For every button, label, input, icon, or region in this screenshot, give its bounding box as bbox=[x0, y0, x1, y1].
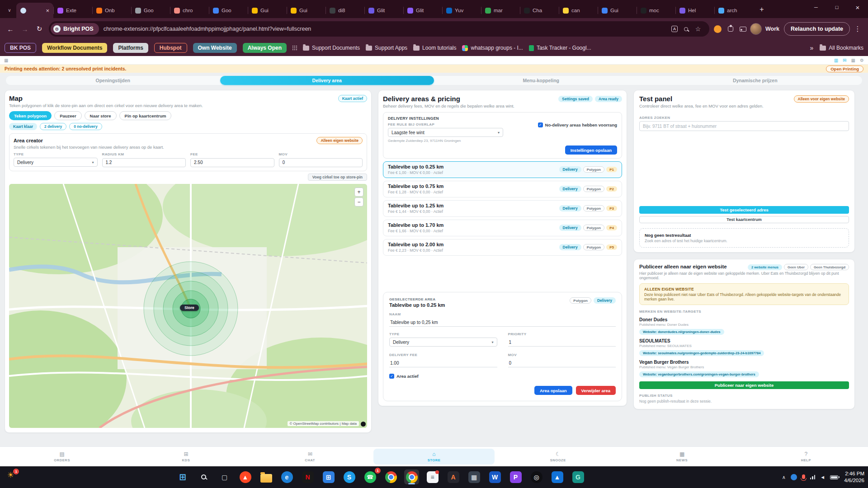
bookmark-folder-loom-tutorials[interactable]: Loom tutorials bbox=[413, 45, 456, 51]
map-logo-icon[interactable] bbox=[361, 422, 366, 427]
zoom-in-button[interactable]: + bbox=[354, 188, 363, 197]
browser-tab[interactable]: Cha bbox=[520, 3, 559, 18]
add-circle-on-store-pin-button[interactable]: Voeg cirkel toe op store-pin bbox=[308, 174, 367, 181]
grid-icon[interactable]: ▦ bbox=[851, 58, 855, 63]
editor-type-select[interactable]: Delivery▾ bbox=[389, 338, 497, 347]
bookmark-workflow-documents[interactable]: Workflow Documents bbox=[42, 43, 107, 53]
bookmark-platforms[interactable]: Platforms bbox=[113, 43, 148, 53]
pin-map-center-button[interactable]: Pin op kaartcentrum bbox=[119, 111, 172, 120]
bookmark-own-website[interactable]: Own Website bbox=[193, 43, 237, 53]
browser-tab[interactable]: Onb bbox=[92, 3, 131, 18]
taskbar-icon-notepad[interactable]: ≡ bbox=[425, 469, 440, 484]
panel-grid-icon[interactable]: ▦ bbox=[4, 58, 8, 63]
nav-kds[interactable]: ⊞KDS bbox=[125, 449, 246, 465]
taskbar-icon-calculator[interactable]: ▦ bbox=[467, 469, 481, 484]
bookmark-hubspot[interactable]: Hubspot bbox=[154, 43, 187, 53]
test-map-center-button[interactable]: Test kaartcentrum bbox=[639, 216, 849, 223]
area-row[interactable]: Tablevibe up to 0.75 kmFee € 1,28 · MOV … bbox=[383, 181, 622, 197]
area-row[interactable]: Tablevibe up to 0.25 kmFee € 1,00 · MOV … bbox=[383, 161, 622, 178]
close-button[interactable]: × bbox=[847, 0, 868, 14]
bookmark-bk-pos[interactable]: BK POS bbox=[5, 43, 36, 53]
extensions-puzzle-icon[interactable] bbox=[725, 23, 736, 35]
area-row[interactable]: Tablevibe up to 2.00 kmFee € 2,23 · MOV … bbox=[383, 239, 622, 256]
extension-chip[interactable]: ⚙ Bright POS bbox=[51, 23, 99, 35]
bookmark-folder-support-documents[interactable]: Support Documents bbox=[303, 45, 360, 51]
tab-close-icon[interactable]: × bbox=[46, 7, 49, 14]
taskbar-weather-widget[interactable]: ☀ 1 bbox=[7, 470, 20, 480]
address-search-input[interactable] bbox=[639, 121, 849, 131]
creator-type-select[interactable]: Delivery▾ bbox=[14, 158, 98, 167]
start-button[interactable]: ⊞ bbox=[175, 469, 190, 484]
browser-tab[interactable]: Gui bbox=[598, 3, 637, 18]
tray-clock[interactable]: 2:46 PM 4/6/2026 bbox=[844, 470, 864, 484]
relaunch-to-update-button[interactable]: Relaunch to update bbox=[784, 22, 850, 36]
bookmark-folder-support-apps[interactable]: Support Apps bbox=[366, 45, 407, 51]
area-name-input[interactable] bbox=[389, 319, 616, 327]
taskbar-icon-chrome[interactable] bbox=[383, 469, 398, 484]
browser-tab[interactable]: Goo bbox=[131, 3, 170, 18]
forward-button[interactable]: → bbox=[18, 22, 32, 36]
bookmark-task-tracker[interactable]: Task Tracker - Googl... bbox=[529, 45, 591, 51]
browser-tab[interactable]: Gui bbox=[287, 3, 326, 18]
taskbar-icon-edge[interactable]: e bbox=[279, 469, 294, 484]
new-tab-button[interactable]: + bbox=[756, 4, 768, 15]
tab-dynamische-prijzen[interactable]: Dynamische prijzen bbox=[648, 76, 863, 85]
zoom-out-button[interactable]: − bbox=[354, 197, 363, 206]
bookmark-star-icon[interactable]: ☆ bbox=[692, 23, 704, 35]
taskbar-icon-chrome-active[interactable] bbox=[404, 469, 419, 484]
maximize-button[interactable]: □ bbox=[826, 0, 847, 14]
go-to-store-button[interactable]: Naar store bbox=[85, 111, 117, 120]
creator-mov-input[interactable] bbox=[279, 158, 363, 167]
chat-icon[interactable]: ✉ bbox=[843, 58, 846, 63]
url-text[interactable]: chrome-extension://pfpclfcaaaleehfoadmhp… bbox=[104, 26, 669, 32]
bookmark-always-open[interactable]: Always Open bbox=[243, 43, 287, 53]
stats-icon[interactable]: ▥ bbox=[834, 58, 838, 63]
taskbar-icon-obs[interactable]: ◎ bbox=[529, 469, 544, 484]
browser-tab[interactable]: mar bbox=[481, 3, 520, 18]
all-bookmarks-button[interactable]: All Bookmarks bbox=[820, 45, 863, 51]
tab-search-icon[interactable]: ∨ bbox=[4, 4, 15, 16]
priority-input[interactable] bbox=[508, 338, 616, 347]
taskbar-icon-word[interactable]: W bbox=[487, 469, 502, 484]
brand-website-chip[interactable]: Website: donerdudes.nl/groningen-doner-d… bbox=[639, 329, 724, 335]
delete-area-button[interactable]: Verwijder area bbox=[576, 386, 616, 395]
volume-icon[interactable]: ◄ bbox=[820, 474, 825, 480]
tray-chevron-icon[interactable]: ∧ bbox=[782, 474, 786, 480]
area-row[interactable]: Tablevibe up to 1.70 kmFee € 1,66 · MOV … bbox=[383, 220, 622, 236]
brand-website-chip[interactable]: Website: veganburgerbrothers.com/groning… bbox=[639, 371, 759, 377]
taskbar-icon-netflix[interactable]: N bbox=[300, 469, 315, 484]
tab-menu-koppeling[interactable]: Menu-koppeling bbox=[434, 76, 648, 85]
store-pin[interactable]: Store bbox=[180, 305, 199, 311]
browser-tab[interactable]: moc bbox=[637, 3, 675, 18]
area-row[interactable]: Tablevibe up to 1.25 kmFee € 1,44 · MOV … bbox=[383, 200, 622, 217]
browser-tab-active[interactable]: × bbox=[16, 3, 53, 18]
reload-button[interactable]: ↻ bbox=[33, 22, 46, 36]
delivery-fee-input[interactable] bbox=[389, 359, 497, 367]
tab-openingstijden[interactable]: Openingstijden bbox=[6, 76, 220, 85]
nodelivery-priority-checkbox[interactable]: ✓ bbox=[538, 122, 543, 127]
brand-website-chip[interactable]: Website: seoulmates.nu/groningen-gedempt… bbox=[639, 350, 764, 356]
taskbar-icon-gitkraken[interactable]: G bbox=[571, 469, 585, 484]
browser-menu-icon[interactable]: ⋮ bbox=[851, 22, 864, 36]
address-bar[interactable]: ⚙ Bright POS chrome-extension://pfpclfca… bbox=[49, 21, 709, 37]
map-viewport[interactable]: Store + − © OpenStreetMap contributors |… bbox=[9, 184, 367, 428]
nav-help[interactable]: ?HELP bbox=[745, 449, 867, 465]
nav-orders[interactable]: ▤ORDERS bbox=[1, 449, 123, 465]
save-settings-button[interactable]: Instellingen opslaan bbox=[565, 145, 617, 155]
save-area-button[interactable]: Area opslaan bbox=[534, 386, 572, 395]
creator-fee-input[interactable] bbox=[190, 158, 274, 167]
browser-tab[interactable]: arch bbox=[714, 3, 753, 18]
nav-store[interactable]: ⌂STORE bbox=[373, 449, 495, 465]
browser-tab[interactable]: Glit bbox=[364, 3, 403, 18]
network-icon[interactable] bbox=[810, 475, 816, 479]
taskbar-icon-file-explorer[interactable] bbox=[259, 469, 274, 484]
taskbar-icon-brave[interactable]: ▲ bbox=[238, 469, 253, 484]
pause-button[interactable]: Pauzeer bbox=[54, 111, 81, 120]
draw-polygon-button[interactable]: Teken polygoon bbox=[9, 111, 52, 120]
taskbar-icon-whatsapp[interactable]: ☎1 bbox=[363, 469, 377, 484]
browser-tab[interactable]: can bbox=[559, 3, 598, 18]
taskbar-icon-photos[interactable]: P bbox=[508, 469, 523, 484]
translate-icon[interactable]: A bbox=[669, 23, 680, 35]
tab-delivery-area[interactable]: Delivery area bbox=[220, 76, 434, 85]
task-view-button[interactable]: ▢ bbox=[217, 469, 232, 484]
